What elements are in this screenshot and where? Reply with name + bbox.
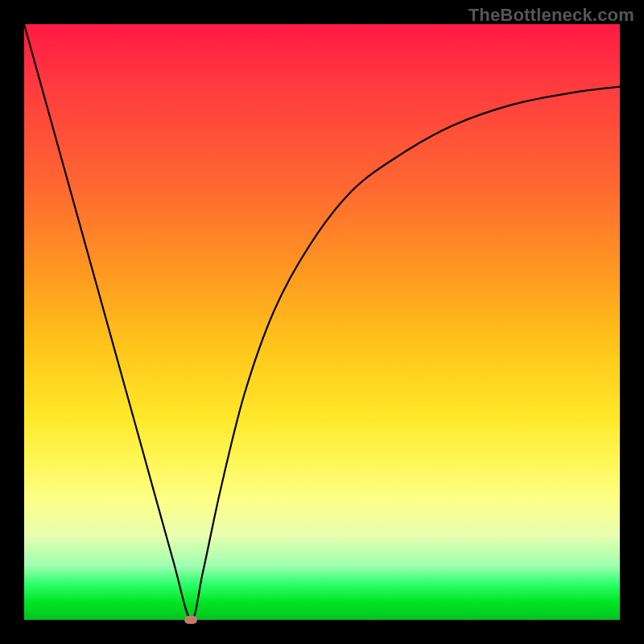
plot-area	[24, 24, 620, 620]
minimum-marker	[184, 616, 197, 624]
bottleneck-curve	[24, 24, 620, 620]
watermark-text: TheBottleneck.com	[469, 5, 634, 26]
chart-frame: TheBottleneck.com	[0, 0, 644, 644]
